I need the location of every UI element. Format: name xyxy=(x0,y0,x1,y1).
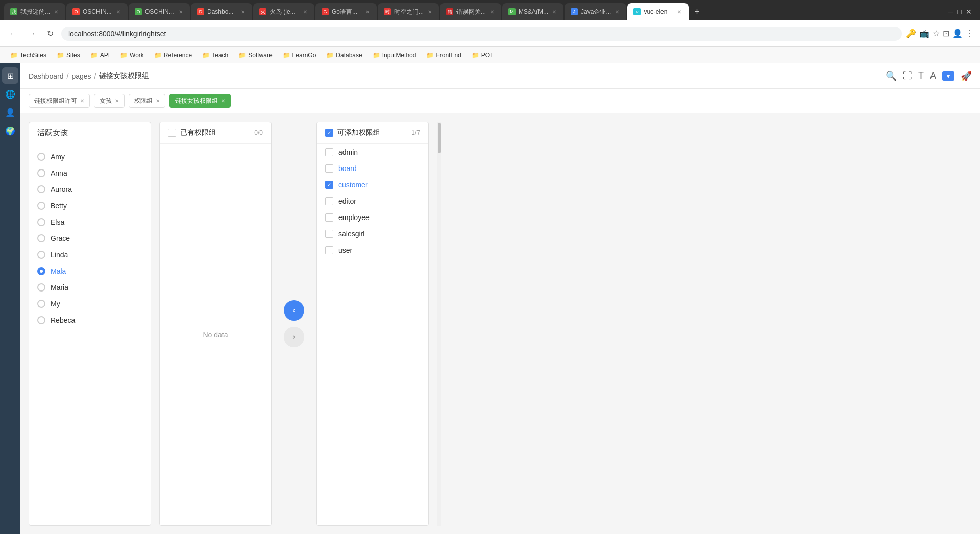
back-button[interactable]: ← xyxy=(6,27,20,41)
radio-rebeca[interactable] xyxy=(37,316,45,324)
tab-t6[interactable]: G Go语言... ✕ xyxy=(315,3,377,20)
lang-icon[interactable]: ▼ xyxy=(942,71,954,81)
search-icon[interactable]: 🔍 xyxy=(886,70,897,82)
filter-tag-3[interactable]: 链接女孩权限组 ✕ xyxy=(169,94,231,108)
split-icon[interactable]: ⊡ xyxy=(943,29,949,38)
radio-item-anna[interactable]: Anna xyxy=(29,165,151,181)
radio-maria[interactable] xyxy=(37,283,45,292)
star-icon[interactable]: ☆ xyxy=(933,29,940,38)
more-icon[interactable]: ⋮ xyxy=(966,29,974,38)
radio-elsa[interactable] xyxy=(37,218,45,226)
tab-close-t3[interactable]: ✕ xyxy=(178,8,184,16)
cb-label-customer[interactable]: customer xyxy=(338,181,368,189)
rights-item-employee[interactable]: employee xyxy=(317,209,428,226)
tab-t11[interactable]: v vue-elen ✕ xyxy=(627,3,689,20)
tab-close-t9[interactable]: ✕ xyxy=(551,8,557,16)
radio-item-amy[interactable]: Amy xyxy=(29,149,151,165)
close-icon[interactable]: ✕ xyxy=(966,8,972,16)
bookmark-inputmethod[interactable]: 📁 InputMethod xyxy=(369,50,421,60)
breadcrumb-pages[interactable]: pages xyxy=(71,72,91,80)
rights-item-admin[interactable]: admin xyxy=(317,144,428,160)
radio-amy[interactable] xyxy=(37,153,45,161)
radio-item-grace[interactable]: Grace xyxy=(29,230,151,247)
cb-editor[interactable] xyxy=(325,197,333,205)
radio-aurora[interactable] xyxy=(37,185,45,193)
breadcrumb-dashboard[interactable]: Dashboard xyxy=(29,72,64,80)
sidebar-earth-icon[interactable]: 🌍 xyxy=(2,123,18,139)
cb-board[interactable] xyxy=(325,164,333,173)
maximize-icon[interactable]: □ xyxy=(958,8,962,16)
filter-close-1[interactable]: ✕ xyxy=(115,98,119,104)
cb-salesgirl[interactable] xyxy=(325,230,333,238)
tab-t10[interactable]: J Java企业... ✕ xyxy=(565,3,626,20)
transfer-left-button[interactable]: ‹ xyxy=(284,300,304,321)
bookmark-frontend[interactable]: 📁 FrontEnd xyxy=(422,50,465,60)
tab-t1[interactable]: 我 我投递的... ✕ xyxy=(4,3,65,20)
tab-t4[interactable]: D Dashbo... ✕ xyxy=(191,3,252,20)
bookmark-api[interactable]: 📁 API xyxy=(86,50,114,60)
filter-tag-2[interactable]: 权限组 ✕ xyxy=(129,94,165,108)
url-bar[interactable]: localhost:8000/#/linkgirlrightset xyxy=(61,27,902,41)
rocket-icon[interactable]: 🚀 xyxy=(961,70,972,82)
cb-employee[interactable] xyxy=(325,213,333,222)
cb-label-board[interactable]: board xyxy=(338,164,357,173)
bookmark-work[interactable]: 📁 Work xyxy=(116,50,148,60)
existing-rights-checkbox[interactable] xyxy=(168,129,176,137)
radio-mala[interactable] xyxy=(37,267,45,275)
radio-item-my[interactable]: My xyxy=(29,296,151,312)
radio-item-rebeca[interactable]: Rebeca xyxy=(29,312,151,328)
bookmark-techsites[interactable]: 📁 TechSites xyxy=(6,50,51,60)
minimize-icon[interactable]: ─ xyxy=(948,8,953,16)
profile-icon[interactable]: 👤 xyxy=(952,29,963,38)
tab-close-t5[interactable]: ✕ xyxy=(302,8,308,16)
radio-my[interactable] xyxy=(37,300,45,308)
filter-tag-0[interactable]: 链接权限组许可 ✕ xyxy=(29,94,90,108)
tab-close-t2[interactable]: ✕ xyxy=(115,8,121,16)
tab-close-t7[interactable]: ✕ xyxy=(427,8,433,16)
tab-t5[interactable]: 火 火鸟 (je... ✕ xyxy=(253,3,314,20)
new-tab-button[interactable]: + xyxy=(690,5,704,19)
scrollbar-thumb[interactable] xyxy=(438,123,441,153)
tab-close-t1[interactable]: ✕ xyxy=(53,8,59,16)
radio-item-linda[interactable]: Linda xyxy=(29,247,151,263)
cb-user[interactable] xyxy=(325,246,333,254)
sidebar-person-icon[interactable]: 👤 xyxy=(2,104,18,120)
cb-admin[interactable] xyxy=(325,148,333,156)
tab-close-t10[interactable]: ✕ xyxy=(614,8,620,16)
tab-close-t4[interactable]: ✕ xyxy=(240,8,246,16)
transfer-right-button[interactable]: › xyxy=(284,327,304,347)
sidebar-grid-icon[interactable]: ⊞ xyxy=(2,67,18,84)
reload-button[interactable]: ↻ xyxy=(43,27,57,41)
key-icon[interactable]: 🔑 xyxy=(906,29,916,38)
forward-button[interactable]: → xyxy=(24,27,39,41)
tab-t7[interactable]: 时 时空之门... ✕ xyxy=(378,3,439,20)
filter-close-0[interactable]: ✕ xyxy=(80,98,84,104)
bookmark-poi[interactable]: 📁 POI xyxy=(468,50,496,60)
bookmark-reference[interactable]: 📁 Reference xyxy=(150,50,196,60)
filter-tag-1[interactable]: 女孩 ✕ xyxy=(94,94,125,108)
fullscreen-icon[interactable]: ⛶ xyxy=(903,70,912,81)
cb-customer[interactable] xyxy=(325,181,333,189)
rights-item-user[interactable]: user xyxy=(317,242,428,258)
tab-t9[interactable]: M MS&A(M... ✕ xyxy=(502,3,564,20)
radio-grace[interactable] xyxy=(37,234,45,242)
bookmark-learngo[interactable]: 📁 LearnGo xyxy=(279,50,321,60)
bookmark-sites[interactable]: 📁 Sites xyxy=(53,50,84,60)
radio-item-mala[interactable]: Mala xyxy=(29,263,151,279)
tab-close-t6[interactable]: ✕ xyxy=(364,8,371,16)
text-icon[interactable]: T xyxy=(918,70,924,81)
filter-close-2[interactable]: ✕ xyxy=(156,98,160,104)
bookmark-software[interactable]: 📁 Software xyxy=(234,50,276,60)
tab-t3[interactable]: O OSCHIN... ✕ xyxy=(129,3,190,20)
radio-betty[interactable] xyxy=(37,202,45,210)
bookmark-database[interactable]: 📁 Database xyxy=(322,50,366,60)
rights-item-editor[interactable]: editor xyxy=(317,193,428,209)
tab-close-t11[interactable]: ✕ xyxy=(676,8,682,16)
bookmark-teach[interactable]: 📁 Teach xyxy=(198,50,232,60)
filter-close-3[interactable]: ✕ xyxy=(221,98,225,104)
radio-item-maria[interactable]: Maria xyxy=(29,279,151,296)
sidebar-globe-icon[interactable]: 🌐 xyxy=(2,86,18,102)
tab-close-t8[interactable]: ✕ xyxy=(489,8,495,16)
translate-icon[interactable]: A xyxy=(930,70,936,81)
radio-item-betty[interactable]: Betty xyxy=(29,198,151,214)
